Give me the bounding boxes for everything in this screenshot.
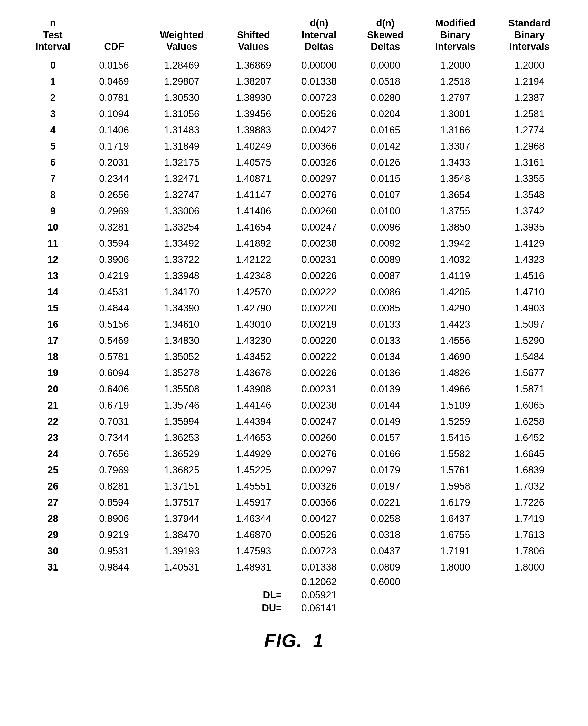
cell-sd: 0.0096 bbox=[352, 219, 419, 236]
cell-n: 25 bbox=[21, 462, 85, 478]
cell-id: 0.00723 bbox=[286, 543, 352, 559]
cell-wv: 1.31483 bbox=[143, 122, 221, 138]
cell-mbi: 1.2797 bbox=[419, 90, 491, 106]
cell-wv: 1.34170 bbox=[143, 284, 221, 300]
cell-n: 30 bbox=[21, 543, 85, 559]
cell-n: 16 bbox=[21, 316, 85, 332]
cell-sbi: 1.7613 bbox=[491, 527, 567, 543]
cell-n: 29 bbox=[21, 527, 85, 543]
cell-n: 18 bbox=[21, 349, 85, 365]
cell-sd: 0.0204 bbox=[352, 106, 419, 122]
cell-mbi: 1.3654 bbox=[419, 187, 491, 203]
cell-cdf: 0.2031 bbox=[85, 155, 143, 170]
col-header-cdf: CDF bbox=[85, 15, 143, 57]
cell-id: 0.00222 bbox=[286, 349, 352, 365]
cell-mbi: 1.6437 bbox=[419, 511, 491, 527]
cell-sv: 1.41654 bbox=[221, 219, 286, 236]
cell-n: 1 bbox=[21, 74, 85, 90]
cell-mbi: 1.3166 bbox=[419, 122, 491, 138]
cell-sbi: 1.5290 bbox=[491, 332, 567, 349]
cell-sbi: 1.7419 bbox=[491, 511, 567, 527]
cell-sv: 1.42348 bbox=[221, 268, 286, 284]
cell-sbi: 1.6645 bbox=[491, 446, 567, 462]
cell-sbi: 1.2387 bbox=[491, 90, 567, 106]
cell-mbi: 1.3433 bbox=[419, 155, 491, 170]
cell-sbi: 1.7806 bbox=[491, 543, 567, 559]
cell-wv: 1.34830 bbox=[143, 332, 221, 349]
cell-sd: 0.0179 bbox=[352, 462, 419, 478]
cell-n: 4 bbox=[21, 122, 85, 138]
cell-mbi: 1.3942 bbox=[419, 236, 491, 251]
col-header-standard-binary: Standard Binary Intervals bbox=[491, 15, 567, 57]
table-row: 27 0.8594 1.37517 1.45917 0.00366 0.0221… bbox=[21, 495, 567, 511]
cell-sd: 0.0087 bbox=[352, 268, 419, 284]
cell-sv: 1.38207 bbox=[221, 74, 286, 90]
cell-mbi: 1.4690 bbox=[419, 349, 491, 365]
cell-sv: 1.44146 bbox=[221, 397, 286, 414]
cell-mbi: 1.5109 bbox=[419, 397, 491, 414]
table-row: 15 0.4844 1.34390 1.42790 0.00220 0.0085… bbox=[21, 300, 567, 316]
cell-sbi: 1.4516 bbox=[491, 268, 567, 284]
cell-wv: 1.40531 bbox=[143, 559, 221, 576]
cell-id: 0.00220 bbox=[286, 300, 352, 316]
cell-sbi: 1.6839 bbox=[491, 462, 567, 478]
cell-id: 0.00247 bbox=[286, 414, 352, 430]
cell-wv: 1.36825 bbox=[143, 462, 221, 478]
cell-cdf: 0.8594 bbox=[85, 495, 143, 511]
cell-sbi: 1.4129 bbox=[491, 236, 567, 251]
cell-sd: 0.0107 bbox=[352, 187, 419, 203]
cell-n: 31 bbox=[21, 559, 85, 576]
cell-sv: 1.38930 bbox=[221, 90, 286, 106]
cell-id: 0.00238 bbox=[286, 397, 352, 414]
cell-sv: 1.44653 bbox=[221, 430, 286, 446]
cell-cdf: 0.5469 bbox=[85, 332, 143, 349]
cell-sd: 0.0437 bbox=[352, 543, 419, 559]
cell-id: 0.00238 bbox=[286, 236, 352, 251]
cell-sbi: 1.2000 bbox=[491, 57, 567, 74]
cell-mbi: 1.4205 bbox=[419, 284, 491, 300]
cell-id: 0.00260 bbox=[286, 430, 352, 446]
cell-wv: 1.33722 bbox=[143, 251, 221, 268]
cell-cdf: 0.1406 bbox=[85, 122, 143, 138]
cell-id: 0.01338 bbox=[286, 74, 352, 90]
cell-sbi: 1.2774 bbox=[491, 122, 567, 138]
cell-n: 2 bbox=[21, 90, 85, 106]
cell-n: 26 bbox=[21, 478, 85, 495]
cell-cdf: 0.0469 bbox=[85, 74, 143, 90]
cell-n: 7 bbox=[21, 170, 85, 187]
cell-sbi: 1.3161 bbox=[491, 155, 567, 170]
cell-mbi: 1.5958 bbox=[419, 478, 491, 495]
cell-n: 6 bbox=[21, 155, 85, 170]
cell-mbi: 1.4556 bbox=[419, 332, 491, 349]
cell-cdf: 0.7344 bbox=[85, 430, 143, 446]
cell-mbi: 1.3755 bbox=[419, 203, 491, 219]
cell-sbi: 1.3935 bbox=[491, 219, 567, 236]
cell-n: 23 bbox=[21, 430, 85, 446]
cell-sv: 1.43452 bbox=[221, 349, 286, 365]
cell-id: 0.00297 bbox=[286, 462, 352, 478]
cell-mbi: 1.4423 bbox=[419, 316, 491, 332]
cell-sd: 0.0000 bbox=[352, 57, 419, 74]
cell-sbi: 1.6452 bbox=[491, 430, 567, 446]
cell-sd: 0.0089 bbox=[352, 251, 419, 268]
cell-id: 0.00226 bbox=[286, 268, 352, 284]
cell-cdf: 0.2344 bbox=[85, 170, 143, 187]
cell-wv: 1.32471 bbox=[143, 170, 221, 187]
cell-n: 28 bbox=[21, 511, 85, 527]
cell-sd: 0.0142 bbox=[352, 138, 419, 155]
cell-cdf: 0.3281 bbox=[85, 219, 143, 236]
cell-sbi: 1.3548 bbox=[491, 187, 567, 203]
cell-sbi: 1.7226 bbox=[491, 495, 567, 511]
cell-wv: 1.37517 bbox=[143, 495, 221, 511]
cell-wv: 1.36253 bbox=[143, 430, 221, 446]
cell-sv: 1.43678 bbox=[221, 365, 286, 381]
cell-wv: 1.33492 bbox=[143, 236, 221, 251]
cell-id: 0.00427 bbox=[286, 511, 352, 527]
cell-wv: 1.31056 bbox=[143, 106, 221, 122]
cell-sd: 0.0139 bbox=[352, 381, 419, 397]
table-row: 1 0.0469 1.29807 1.38207 0.01338 0.0518 … bbox=[21, 74, 567, 90]
cell-id: 0.00231 bbox=[286, 251, 352, 268]
cell-sv: 1.45551 bbox=[221, 478, 286, 495]
cell-sd: 0.0086 bbox=[352, 284, 419, 300]
cell-wv: 1.33948 bbox=[143, 268, 221, 284]
